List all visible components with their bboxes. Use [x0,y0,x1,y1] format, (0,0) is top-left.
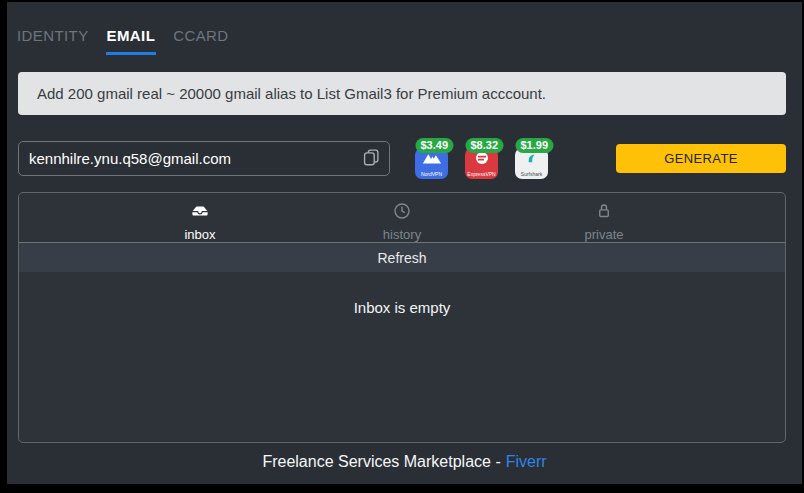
footer-text: Freelance Services Marketplace - [262,453,500,470]
vpn-ads-group: $3.49 NordVPN $8.32 [414,138,550,179]
expressvpn-label: ExpressVPN [467,171,495,177]
mail-tab-history[interactable]: history [301,200,503,242]
notice-banner: Add 200 gmail real ~ 20000 gmail alias t… [18,72,786,115]
copy-email-button[interactable] [357,145,385,172]
tab-ccard[interactable]: CCARD [172,25,229,55]
tab-email[interactable]: EMAIL [106,25,157,55]
mail-tab-inbox[interactable]: inbox [99,200,301,242]
mailbox-panel: inbox history [18,192,786,443]
surfshark-label: Surfshark [521,171,542,177]
mailbox-tabs: inbox history [19,193,785,243]
mail-tab-history-label: history [383,227,421,242]
mail-tab-inbox-label: inbox [184,227,215,242]
window-frame: IDENTITY EMAIL CCARD Add 200 gmail real … [0,0,804,493]
clock-icon [393,202,411,224]
notice-banner-text: Add 200 gmail real ~ 20000 gmail alias t… [37,85,546,102]
expressvpn-badge[interactable]: $8.32 ExpressVPN [464,138,500,179]
surfshark-price-badge: $1.99 [515,138,553,153]
email-field-container [18,141,390,176]
copy-icon [360,146,382,171]
expressvpn-price-badge: $8.32 [465,138,503,153]
app-background: IDENTITY EMAIL CCARD Add 200 gmail real … [7,2,802,484]
fiverr-link[interactable]: Fiverr [506,453,547,470]
mail-tab-private[interactable]: private [503,200,705,242]
refresh-button[interactable]: Refresh [19,243,785,272]
footer: Freelance Services Marketplace -Fiverr [7,453,802,471]
nordvpn-label: NordVPN [421,171,442,177]
inbox-icon [191,202,209,224]
nordvpn-badge[interactable]: $3.49 NordVPN [414,138,450,179]
generated-email-input[interactable] [18,141,390,176]
generate-button[interactable]: GENERATE [616,144,786,173]
nordvpn-logo-icon [415,151,448,165]
expressvpn-logo-icon [465,151,498,167]
tab-identity[interactable]: IDENTITY [16,25,90,55]
main-nav-tabs: IDENTITY EMAIL CCARD [16,25,230,55]
inbox-empty-message: Inbox is empty [19,299,785,316]
surfshark-logo-icon [515,151,548,166]
lock-icon [595,202,613,224]
surfshark-badge[interactable]: $1.99 Surfshark [514,138,550,179]
nordvpn-price-badge: $3.49 [415,138,453,153]
mail-tab-private-label: private [584,227,623,242]
